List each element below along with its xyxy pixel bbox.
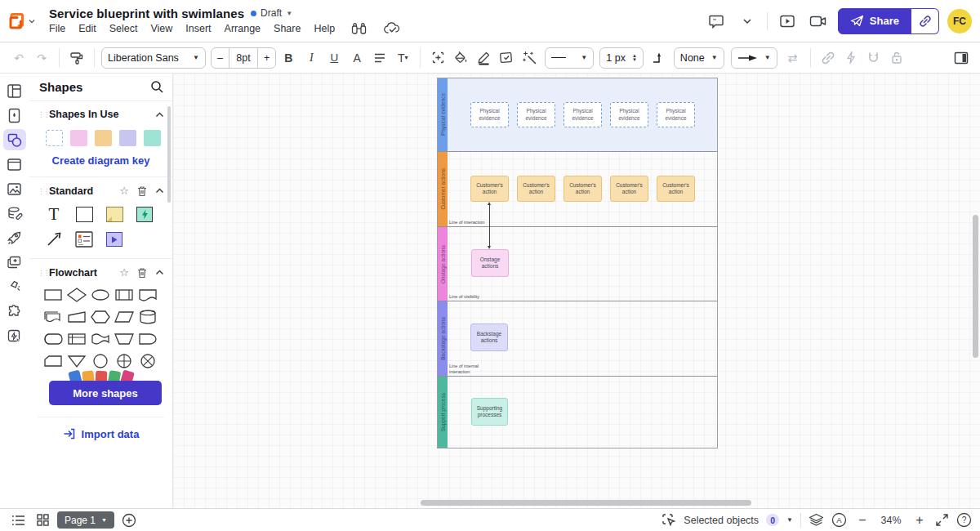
data-shape[interactable] — [114, 309, 135, 325]
lightning-note-shape[interactable] — [135, 205, 154, 223]
or-junction-shape[interactable] — [137, 353, 158, 369]
internal-storage-shape[interactable] — [66, 331, 87, 347]
document-status[interactable]: Draft ▼ — [251, 7, 292, 19]
bold-button[interactable]: B — [278, 47, 299, 69]
menu-view[interactable]: View — [150, 23, 172, 34]
manual-operation-shape[interactable] — [114, 331, 135, 347]
frame-icon[interactable] — [3, 154, 26, 175]
drag-handle-icon[interactable]: ⋮⋮ — [38, 187, 44, 195]
trash-icon[interactable] — [137, 185, 147, 197]
slides-icon[interactable] — [3, 252, 26, 273]
connector-shape[interactable] — [90, 353, 111, 369]
swatch-periwinkle[interactable] — [119, 130, 136, 146]
customer-action-box[interactable]: Customer's action — [564, 176, 602, 202]
search-binoculars-icon[interactable] — [351, 22, 367, 36]
media-play-shape[interactable] — [105, 230, 124, 248]
help-icon[interactable]: ? — [956, 512, 972, 528]
text-options-button[interactable]: T▾ — [392, 47, 413, 69]
container-icon[interactable] — [427, 47, 448, 69]
menu-insert[interactable]: Insert — [185, 23, 211, 34]
physical-evidence-box[interactable]: Physical evidence — [610, 102, 648, 127]
text-color-button[interactable]: A — [346, 47, 368, 69]
line-color-icon[interactable] — [473, 47, 494, 69]
font-family-select[interactable]: Liberation Sans ▼ — [101, 47, 206, 69]
arrow-style-dropdown[interactable]: ▼ — [731, 47, 777, 69]
arrow-shape[interactable] — [44, 230, 64, 248]
decision-shape[interactable] — [66, 287, 87, 303]
undo-icon[interactable]: ↶ — [8, 47, 29, 69]
magic-wand-icon[interactable] — [519, 47, 540, 69]
physical-evidence-box[interactable]: Physical evidence — [517, 102, 555, 127]
lane-header[interactable]: Onstage actions — [438, 227, 448, 301]
card-shape[interactable] — [42, 353, 64, 369]
favorite-star-icon[interactable]: ☆ — [119, 185, 129, 197]
delay-shape[interactable] — [137, 331, 158, 347]
lane-header[interactable]: Customer actions — [438, 152, 448, 226]
menu-edit[interactable]: Edit — [78, 23, 96, 34]
format-painter-icon[interactable] — [66, 47, 87, 69]
lane-header[interactable]: Backstage actions — [438, 301, 448, 376]
swap-arrow-icon[interactable]: ⇄ — [782, 47, 804, 69]
font-size-decrease[interactable]: – — [212, 48, 229, 68]
image-icon[interactable] — [3, 178, 26, 199]
select-cursor-icon[interactable] — [662, 513, 676, 527]
shape-actions-icon[interactable] — [3, 325, 26, 346]
onstage-actions-box[interactable]: Onstage actions — [471, 249, 509, 277]
create-diagram-key-link[interactable]: Create diagram key — [38, 154, 164, 167]
physical-evidence-box[interactable]: Physical evidence — [657, 102, 695, 127]
legend-shape[interactable] — [74, 230, 94, 248]
magnet-icon[interactable] — [863, 47, 884, 69]
vertical-scrollbar[interactable] — [973, 215, 978, 358]
import-data-row[interactable]: Import data — [38, 417, 164, 448]
swatch-tan[interactable] — [95, 130, 112, 146]
fill-color-icon[interactable] — [450, 47, 471, 69]
sticker-icon[interactable] — [3, 276, 26, 297]
database-shape[interactable] — [137, 309, 158, 325]
right-panel-icon[interactable] — [951, 47, 972, 69]
lock-icon[interactable] — [886, 47, 907, 69]
rocket-icon[interactable] — [3, 227, 26, 248]
direct-access-storage-shape[interactable] — [42, 331, 64, 347]
more-shapes-button[interactable]: More shapes — [49, 381, 162, 405]
collapse-chevron-icon[interactable] — [155, 112, 164, 118]
physical-evidence-box[interactable]: Physical evidence — [564, 102, 602, 127]
sticky-note-shape[interactable] — [105, 205, 124, 223]
comment-icon[interactable]: '' — [705, 10, 728, 33]
customer-action-box[interactable]: Customer's action — [657, 176, 695, 202]
integrations-icon[interactable] — [3, 301, 26, 322]
cloud-saved-icon[interactable] — [383, 22, 401, 35]
swatch-dashed[interactable] — [46, 130, 63, 146]
font-size-increase[interactable]: + — [258, 48, 275, 68]
swatch-pink[interactable] — [70, 130, 87, 146]
add-page-icon[interactable] — [119, 511, 139, 529]
customer-action-box[interactable]: Customer's action — [610, 176, 648, 202]
menu-select[interactable]: Select — [109, 23, 138, 34]
collapse-chevron-icon[interactable] — [155, 188, 164, 194]
fullscreen-icon[interactable] — [935, 513, 949, 527]
shapes-panel-icon[interactable] — [3, 129, 26, 150]
document-layout-icon[interactable] — [3, 80, 26, 101]
line-style-dropdown[interactable]: ▼ — [545, 47, 594, 69]
drag-handle-icon[interactable]: ⋮⋮ — [38, 269, 44, 277]
selected-objects-label[interactable]: Selected objects — [684, 515, 759, 526]
menu-arrange[interactable]: Arrange — [225, 23, 261, 34]
collapse-chevron-icon[interactable] — [155, 270, 164, 275]
multiple-documents-shape[interactable] — [42, 309, 64, 325]
swatch-teal[interactable] — [144, 130, 161, 146]
lane-header[interactable]: Physical evidence — [438, 78, 448, 151]
zoom-in-icon[interactable]: + — [911, 512, 928, 529]
menu-file[interactable]: File — [49, 23, 65, 34]
canvas[interactable]: Physical evidence Customer actions Onsta… — [173, 74, 980, 508]
action-icon[interactable] — [840, 47, 862, 69]
present-icon[interactable] — [776, 10, 799, 33]
text-shape[interactable]: T — [44, 205, 64, 223]
underline-button[interactable]: U — [323, 47, 345, 69]
line-width-control[interactable]: 1 px ▲▼ — [599, 47, 644, 69]
customer-action-box[interactable]: Customer's action — [517, 176, 555, 202]
page-selector[interactable]: Page 1 ▼ — [57, 511, 114, 529]
terminator-shape[interactable] — [90, 287, 111, 303]
backstage-actions-box[interactable]: Backstage actions — [470, 324, 508, 351]
video-icon[interactable] — [807, 10, 830, 33]
search-icon[interactable] — [150, 80, 164, 94]
connector-line[interactable] — [489, 203, 490, 248]
